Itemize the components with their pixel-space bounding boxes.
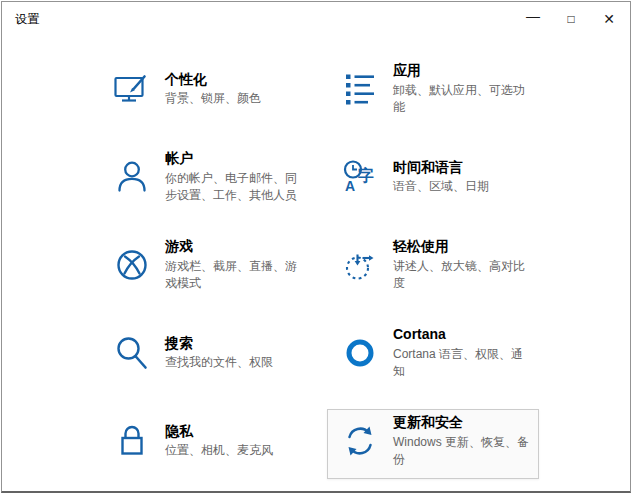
tile-personalization[interactable]: 个性化 背景、锁屏、颜色 [99,57,311,127]
tile-privacy[interactable]: 隐私 位置、相机、麦克风 [99,409,311,479]
search-icon [112,333,152,373]
tile-title: 轻松使用 [393,238,534,256]
sync-icon [340,421,380,461]
tile-subtitle: Cortana 语言、权限、通知 [393,346,534,380]
tile-title: 隐私 [165,423,273,441]
close-button[interactable]: ✕ [590,4,628,34]
tile-title: 帐户 [165,150,306,168]
clock-language-icon: 字 A [340,157,380,197]
tile-title: 个性化 [165,71,261,89]
xbox-icon [112,245,152,285]
settings-tile-grid: 个性化 背景、锁屏、颜色 应用 卸载、默认应用、可选 [99,57,539,479]
tile-subtitle: 你的帐户、电子邮件、同步设置、工作、其他人员 [165,170,306,204]
tile-title: 应用 [393,62,534,80]
tile-title: 搜索 [165,335,273,353]
maximize-button[interactable]: □ [552,4,590,34]
tile-subtitle: 语音、区域、日期 [393,178,489,195]
ease-of-access-icon [340,245,380,285]
tile-subtitle: 查找我的文件、权限 [165,354,273,371]
cortana-icon [340,333,380,373]
tile-subtitle: 讲述人、放大镜、高对比度 [393,258,534,292]
svg-text:字: 字 [358,166,374,184]
tile-gaming[interactable]: 游戏 游戏栏、截屏、直播、游戏模式 [99,233,311,303]
window-title: 设置 [15,11,40,28]
tile-subtitle: 游戏栏、截屏、直播、游戏模式 [165,258,306,292]
lock-icon [112,421,152,461]
tile-cortana[interactable]: Cortana Cortana 语言、权限、通知 [327,321,539,391]
tile-subtitle: 位置、相机、麦克风 [165,442,273,459]
svg-text:A: A [345,178,355,194]
monitor-brush-icon [112,69,152,109]
tile-search[interactable]: 搜索 查找我的文件、权限 [99,321,311,391]
tile-update-security[interactable]: 更新和安全 Windows 更新、恢复、备份 [327,409,539,479]
tile-subtitle: Windows 更新、恢复、备份 [393,434,534,468]
tile-apps[interactable]: 应用 卸载、默认应用、可选功能 [327,57,539,127]
settings-window: 设置 — □ ✕ 个性化 背景、锁屏、颜色 [1,1,631,493]
apps-list-icon [340,69,380,109]
person-icon [112,157,152,197]
tile-title: Cortana [393,326,534,344]
tile-ease-of-access[interactable]: 轻松使用 讲述人、放大镜、高对比度 [327,233,539,303]
tile-title: 更新和安全 [393,414,534,432]
tile-time-language[interactable]: 字 A 时间和语言 语音、区域、日期 [327,145,539,215]
title-bar: 设置 — □ ✕ [2,2,630,36]
minimize-button[interactable]: — [514,4,552,34]
tile-title: 时间和语言 [393,159,489,177]
tile-subtitle: 卸载、默认应用、可选功能 [393,82,534,116]
tile-title: 游戏 [165,238,306,256]
tile-accounts[interactable]: 帐户 你的帐户、电子邮件、同步设置、工作、其他人员 [99,145,311,215]
tile-subtitle: 背景、锁屏、颜色 [165,90,261,107]
window-controls: — □ ✕ [514,2,630,36]
